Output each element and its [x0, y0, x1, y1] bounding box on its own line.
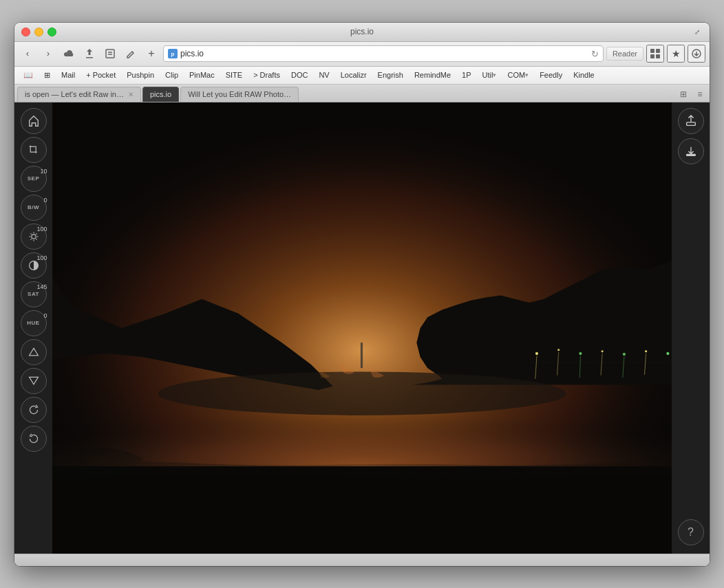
bookmark-pushpin[interactable]: Pushpin [122, 67, 159, 83]
url-text: pics.io [180, 49, 588, 58]
bw-label: B/W [28, 204, 39, 210]
help-button[interactable]: ? [678, 519, 704, 545]
add-tab-button[interactable]: + [142, 45, 160, 63]
bookmark-1p[interactable]: 1P [457, 67, 476, 83]
bookmark-clip[interactable]: Clip [160, 67, 183, 83]
sat-label: SAT [28, 291, 39, 297]
crop-button[interactable] [21, 137, 47, 163]
brightness-badge: 100 [36, 226, 47, 232]
bookmark-util[interactable]: Util [478, 67, 502, 83]
bookmark-doc[interactable]: DOC [286, 67, 312, 83]
maximize-button[interactable] [47, 28, 56, 36]
bookmark-book[interactable]: 📖 [19, 67, 38, 83]
annotate-button[interactable] [122, 45, 140, 63]
bookmark-nv[interactable]: NV [314, 67, 334, 83]
tab-1[interactable]: pics.io [142, 87, 179, 102]
svg-point-25 [579, 351, 582, 354]
bookmark-site[interactable]: SITE [221, 67, 247, 83]
grid-view-button[interactable] [646, 45, 664, 63]
bookmark-pocket[interactable]: + Pocket [81, 67, 120, 83]
hue-button[interactable]: HUE 0 [21, 310, 47, 336]
bookmark-remindme[interactable]: RemindMe [409, 67, 456, 83]
window-title: pics.io [350, 27, 374, 36]
bookmark-kindle[interactable]: Kindle [568, 67, 599, 83]
sep-badge: 10 [39, 168, 47, 175]
fullscreen-icon[interactable]: ⤢ [692, 26, 703, 37]
hue-badge: 0 [39, 312, 47, 319]
tab-close-0[interactable]: ✕ [128, 91, 134, 98]
status-bar [14, 554, 710, 566]
title-bar: pics.io ⤢ [14, 23, 710, 42]
home-button[interactable] [21, 108, 47, 134]
download-button[interactable] [678, 138, 704, 164]
svg-rect-3 [650, 49, 654, 53]
sep-button[interactable]: SEP 10 [21, 166, 47, 192]
export-button[interactable] [678, 108, 704, 134]
bookmark-drafts[interactable]: > Drafts [248, 67, 285, 83]
forward-button[interactable]: › [39, 45, 57, 63]
tabs-controls: ⊞ ≡ [677, 88, 707, 102]
highlights-button[interactable] [21, 368, 47, 394]
back-button[interactable]: ‹ [19, 45, 36, 63]
bookmark-mail[interactable]: Mail [56, 67, 80, 83]
bookmark-grid[interactable]: ⊞ [39, 67, 55, 83]
bw-badge: 0 [39, 197, 47, 204]
svg-line-13 [30, 233, 31, 234]
svg-marker-18 [29, 348, 38, 355]
main-content: SEP 10 B/W 0 100 100 [14, 102, 710, 554]
bookmark-engrish[interactable]: Engrish [373, 67, 408, 83]
bookmarks-bar: 📖 ⊞ Mail + Pocket Pushpin Clip PinMac SI… [14, 67, 710, 85]
tab-2[interactable]: Will Let you Edit RAW Photo… [180, 87, 299, 102]
help-icon: ? [688, 526, 694, 538]
new-tab-button[interactable]: ⊞ [677, 88, 690, 100]
favicon: p [168, 49, 178, 58]
rotate-cw-button[interactable] [21, 397, 47, 423]
minimize-button[interactable] [34, 28, 43, 36]
svg-rect-6 [656, 54, 660, 58]
browser-toolbar: ‹ › + p pics.io ↻ Reader ★ [14, 42, 710, 67]
bookmark-pinmac[interactable]: PinMac [184, 67, 220, 83]
sat-badge: 145 [36, 283, 47, 290]
bookmark-feedly[interactable]: Feedly [535, 67, 567, 83]
tabs-list-button[interactable]: ≡ [693, 88, 707, 100]
svg-point-28 [645, 350, 647, 352]
tab-0[interactable]: is open — Let's edit Raw in… ✕ [17, 87, 141, 102]
share-button[interactable] [81, 45, 98, 63]
saturation-button[interactable]: SAT 145 [21, 281, 47, 307]
reader-mode-button[interactable] [101, 45, 119, 63]
rotate-ccw-button[interactable] [21, 426, 47, 452]
address-bar[interactable]: p pics.io ↻ [163, 45, 604, 62]
bookmark-com[interactable]: COM [502, 67, 533, 83]
download-toolbar-button[interactable] [688, 45, 705, 63]
bw-button[interactable]: B/W 0 [21, 195, 47, 221]
svg-rect-37 [361, 342, 363, 368]
tab-label-0: is open — Let's edit Raw in… [25, 90, 124, 98]
tab-label-2: Will Let you Edit RAW Photo… [188, 90, 291, 98]
svg-rect-40 [686, 154, 695, 155]
sep-label: SEP [28, 175, 40, 182]
left-toolbar: SEP 10 B/W 0 100 100 [14, 102, 52, 554]
photo-area [52, 102, 672, 554]
svg-rect-0 [106, 50, 114, 58]
reader-button[interactable]: Reader [606, 47, 643, 61]
contrast-badge: 100 [36, 254, 47, 261]
cloud-button[interactable] [60, 45, 78, 63]
tabs-bar: is open — Let's edit Raw in… ✕ pics.io W… [14, 85, 710, 102]
right-toolbar: ? [672, 102, 710, 554]
reload-button[interactable]: ↻ [591, 49, 599, 59]
svg-line-16 [30, 239, 31, 239]
svg-line-14 [36, 239, 36, 239]
svg-rect-5 [650, 54, 654, 58]
mountain-silhouette [52, 102, 672, 554]
svg-rect-39 [686, 122, 695, 125]
contrast-button[interactable]: 100 [21, 252, 47, 279]
close-button[interactable] [21, 28, 30, 36]
svg-point-23 [535, 351, 538, 354]
brightness-button[interactable]: 100 [21, 224, 47, 250]
bookmark-localizr[interactable]: Localizr [336, 67, 372, 83]
shadows-button[interactable] [21, 339, 47, 365]
star-button[interactable]: ★ [667, 45, 685, 63]
svg-point-24 [557, 349, 560, 351]
svg-point-8 [31, 234, 35, 238]
svg-point-29 [666, 351, 669, 354]
